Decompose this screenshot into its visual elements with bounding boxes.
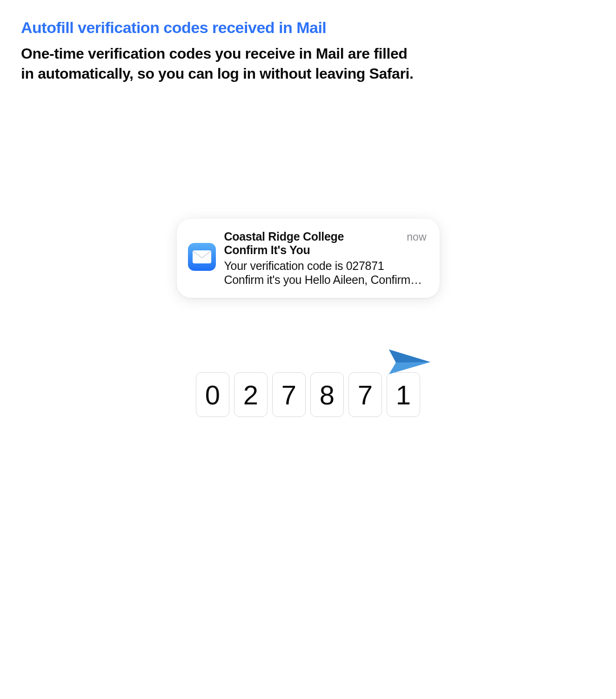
verification-code-row: 0 2 7 8 7 1 bbox=[196, 372, 420, 417]
notification-area: Coastal Ridge College now Confirm It's Y… bbox=[21, 219, 595, 298]
code-digit-4[interactable]: 8 bbox=[310, 372, 344, 417]
mail-notification-card[interactable]: Coastal Ridge College now Confirm It's Y… bbox=[177, 219, 440, 298]
notification-body: Coastal Ridge College now Confirm It's Y… bbox=[224, 230, 427, 287]
page-description: One-time verification codes you receive … bbox=[21, 44, 416, 84]
svg-rect-0 bbox=[193, 250, 211, 263]
code-digit-3[interactable]: 7 bbox=[272, 372, 306, 417]
code-digit-1[interactable]: 0 bbox=[196, 372, 229, 417]
paper-plane-icon bbox=[388, 347, 432, 380]
notification-subject: Confirm It's You bbox=[224, 243, 427, 257]
code-digit-5[interactable]: 7 bbox=[348, 372, 382, 417]
page-title: Autofill verification codes received in … bbox=[21, 19, 595, 37]
notification-sender: Coastal Ridge College bbox=[224, 230, 344, 243]
mail-icon bbox=[188, 243, 216, 271]
notification-header-row: Coastal Ridge College now bbox=[224, 230, 427, 243]
verification-code-area: 0 2 7 8 7 1 bbox=[21, 372, 595, 417]
notification-time: now bbox=[407, 231, 426, 243]
notification-preview: Your verification code is 027871 Confirm… bbox=[224, 259, 427, 287]
code-digit-2[interactable]: 2 bbox=[234, 372, 268, 417]
